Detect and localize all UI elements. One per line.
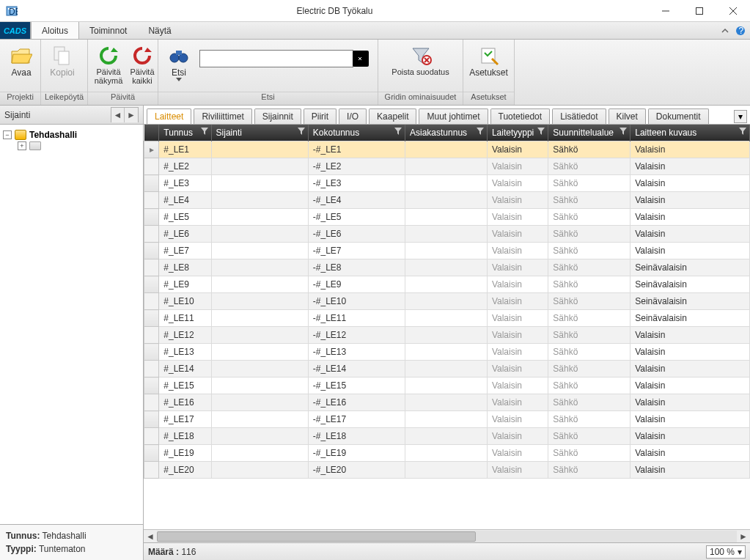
cell[interactable]: Valaisin: [630, 226, 750, 243]
row-indicator[interactable]: [144, 293, 159, 310]
cell[interactable]: #_LE3: [159, 175, 211, 192]
zoom-selector[interactable]: 100 %▾: [706, 545, 746, 559]
cell[interactable]: [405, 175, 488, 192]
filter-icon[interactable]: [537, 128, 545, 135]
cell[interactable]: #_LE7: [159, 243, 211, 259]
col-tunnus[interactable]: Tunnus: [159, 125, 211, 141]
row-indicator[interactable]: [144, 377, 159, 394]
col-kokotunnus[interactable]: Kokotunnus: [308, 125, 405, 141]
cell[interactable]: [405, 259, 488, 276]
table-row[interactable]: #_LE9-#_LE9ValaisinSähköSeinävalaisin: [144, 276, 750, 293]
cell[interactable]: Valaisin: [487, 327, 548, 344]
col-laitteen kuvaus[interactable]: Laitteen kuvaus: [630, 125, 750, 141]
cell[interactable]: [405, 158, 488, 175]
cell[interactable]: Valaisin: [630, 141, 750, 158]
nav-back-button[interactable]: ◄: [111, 108, 125, 122]
cell[interactable]: Valaisin: [487, 276, 548, 293]
table-row[interactable]: #_LE16-#_LE16ValaisinSähköValaisin: [144, 394, 750, 411]
cell[interactable]: [211, 462, 308, 479]
table-row[interactable]: ▸#_LE1-#_LE1ValaisinSähköValaisin: [144, 141, 750, 158]
row-indicator[interactable]: [144, 462, 159, 479]
cell[interactable]: Valaisin: [487, 462, 548, 479]
cell[interactable]: -#_LE14: [308, 361, 405, 377]
cell[interactable]: #_LE5: [159, 209, 211, 226]
cell[interactable]: [211, 141, 308, 158]
filter-icon[interactable]: [394, 128, 402, 135]
table-row[interactable]: #_LE17-#_LE17ValaisinSähköValaisin: [144, 411, 750, 428]
cell[interactable]: Sähkö: [548, 428, 630, 445]
row-indicator[interactable]: [144, 192, 159, 209]
cell[interactable]: Sähkö: [548, 243, 630, 259]
row-indicator[interactable]: [144, 411, 159, 428]
cell[interactable]: Sähkö: [548, 209, 630, 226]
cell[interactable]: Sähkö: [548, 226, 630, 243]
cell[interactable]: Valaisin: [487, 361, 548, 377]
scroll-left-button[interactable]: ◄: [144, 531, 157, 542]
cell[interactable]: Valaisin: [487, 394, 548, 411]
row-indicator[interactable]: ▸: [144, 141, 159, 158]
filter-icon[interactable]: [739, 128, 746, 135]
cell[interactable]: [211, 394, 308, 411]
close-button[interactable]: [716, 0, 750, 22]
cell[interactable]: [405, 141, 488, 158]
settings-button[interactable]: Asetukset: [468, 43, 510, 79]
cell[interactable]: -#_LE15: [308, 377, 405, 394]
cell[interactable]: Valaisin: [487, 141, 548, 158]
cell[interactable]: Sähkö: [548, 192, 630, 209]
cell[interactable]: -#_LE17: [308, 411, 405, 428]
cell[interactable]: [405, 462, 488, 479]
row-indicator[interactable]: [144, 445, 159, 462]
table-row[interactable]: #_LE2-#_LE2ValaisinSähköValaisin: [144, 158, 750, 175]
cell[interactable]: Valaisin: [630, 361, 750, 377]
cell[interactable]: Valaisin: [487, 344, 548, 361]
col-sijainti[interactable]: Sijainti: [211, 125, 308, 141]
cell[interactable]: [211, 192, 308, 209]
find-button[interactable]: Etsi: [163, 43, 195, 83]
maximize-button[interactable]: [683, 0, 716, 22]
table-row[interactable]: #_LE4-#_LE4ValaisinSähköValaisin: [144, 192, 750, 209]
cell[interactable]: [405, 428, 488, 445]
filter-icon[interactable]: [201, 128, 208, 135]
tab-lisätiedot[interactable]: Lisätiedot: [552, 108, 606, 124]
cell[interactable]: Valaisin: [630, 209, 750, 226]
table-row[interactable]: #_LE3-#_LE3ValaisinSähköValaisin: [144, 175, 750, 192]
cell[interactable]: [211, 445, 308, 462]
clear-search-button[interactable]: [353, 51, 369, 67]
cell[interactable]: [405, 327, 488, 344]
filter-icon[interactable]: [298, 128, 305, 135]
cell[interactable]: #_LE10: [159, 293, 211, 310]
row-indicator[interactable]: [144, 361, 159, 377]
cell[interactable]: Valaisin: [630, 327, 750, 344]
cell[interactable]: Sähkö: [548, 394, 630, 411]
cell[interactable]: -#_LE9: [308, 276, 405, 293]
cell[interactable]: Valaisin: [630, 344, 750, 361]
cell[interactable]: Valaisin: [487, 158, 548, 175]
cell[interactable]: Seinävalaisin: [630, 293, 750, 310]
cell[interactable]: [211, 361, 308, 377]
row-indicator[interactable]: [144, 209, 159, 226]
cell[interactable]: Sähkö: [548, 310, 630, 327]
cell[interactable]: Sähkö: [548, 293, 630, 310]
cell[interactable]: [211, 428, 308, 445]
cell[interactable]: Valaisin: [487, 428, 548, 445]
table-row[interactable]: #_LE12-#_LE12ValaisinSähköValaisin: [144, 327, 750, 344]
cell[interactable]: #_LE19: [159, 445, 211, 462]
cell[interactable]: [211, 377, 308, 394]
tab-sijainnit[interactable]: Sijainnit: [254, 108, 301, 124]
cell[interactable]: Valaisin: [630, 377, 750, 394]
table-row[interactable]: #_LE18-#_LE18ValaisinSähköValaisin: [144, 428, 750, 445]
cell[interactable]: #_LE6: [159, 226, 211, 243]
menu-aloitus[interactable]: Aloitus: [31, 22, 79, 39]
cell[interactable]: Valaisin: [630, 428, 750, 445]
cell[interactable]: Sähkö: [548, 377, 630, 394]
row-indicator[interactable]: [144, 394, 159, 411]
cell[interactable]: [405, 310, 488, 327]
cell[interactable]: [211, 344, 308, 361]
cell[interactable]: Valaisin: [630, 462, 750, 479]
cell[interactable]: Valaisin: [630, 192, 750, 209]
refresh-view-button[interactable]: Päivitä näkymä: [92, 43, 125, 86]
cell[interactable]: Sähkö: [548, 361, 630, 377]
cell[interactable]: [405, 226, 488, 243]
cell[interactable]: Valaisin: [487, 259, 548, 276]
clear-filter-button[interactable]: Poista suodatus: [387, 43, 453, 78]
